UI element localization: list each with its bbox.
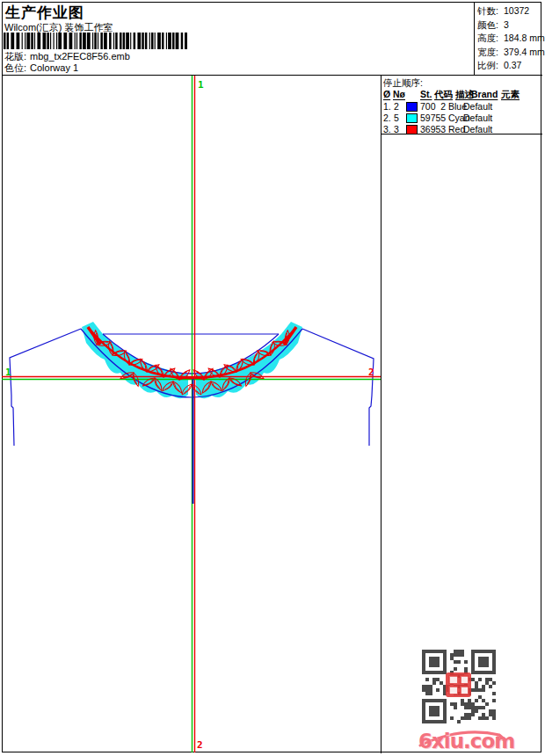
stop-sequence-title: 停止顺序:	[383, 77, 423, 90]
page-title: 生产作业图	[5, 3, 84, 23]
colorway-value: Colorway 1	[30, 62, 78, 73]
table-row: 1. 2 700 2 Blue Default	[382, 101, 542, 113]
stat-scale: 比例:0.37	[477, 59, 542, 73]
stat-height: 高度:184.8 mm	[477, 32, 542, 46]
stat-width: 宽度:379.4 mm	[477, 46, 542, 60]
design-stats-box: 针数:10372 颜色:3 高度:184.8 mm 宽度:379.4 mm 比例…	[474, 2, 542, 75]
seal-stamp-icon	[446, 672, 471, 697]
barcode	[4, 33, 190, 49]
header-divider	[2, 75, 542, 76]
colorway-row: 色位:Colorway 1	[4, 62, 78, 75]
pattern-file-value: mbg_tx2FEC8F56.emb	[30, 51, 130, 62]
crosshair-axes	[2, 76, 381, 752]
watermark-site: 6xiu.com	[418, 730, 514, 752]
marker-start-left: 1	[5, 367, 11, 378]
collar-fill	[82, 322, 302, 398]
thread-color-swatch	[406, 113, 418, 123]
table-row: 2. 5 5975 5 Cyan Default	[382, 113, 542, 124]
marker-end-right: 2	[368, 367, 374, 378]
right-column-divider	[381, 76, 382, 753]
marker-start-top: 1	[198, 79, 204, 91]
stat-colors: 颜色:3	[477, 18, 542, 33]
thread-color-swatch	[406, 102, 418, 112]
watermark: 6xiu.com	[417, 726, 513, 754]
colorway-label: 色位:	[4, 62, 26, 73]
garment-outline	[10, 329, 374, 446]
vine-embroidery	[88, 327, 296, 395]
vine-leaves	[89, 331, 294, 395]
production-worksheet: 生产作业图 Wilcom(汇京) 装饰工作室 花版:mbg_tx2FEC8F56…	[0, 0, 545, 756]
pattern-file-label: 花版:	[4, 51, 26, 62]
table-row: 3. 3 3695 3 Red Default	[382, 124, 542, 135]
marker-end-bottom: 2	[197, 739, 203, 751]
stop-sequence-table: 停止顺序: Ø Nø St. 代码 描述 Brand 元素 1. 2 700 2…	[382, 76, 542, 134]
table-header-row: Ø Nø St. 代码 描述 Brand 元素	[382, 89, 542, 100]
thread-color-swatch	[406, 125, 418, 134]
stat-stitches: 针数:10372	[477, 4, 542, 18]
